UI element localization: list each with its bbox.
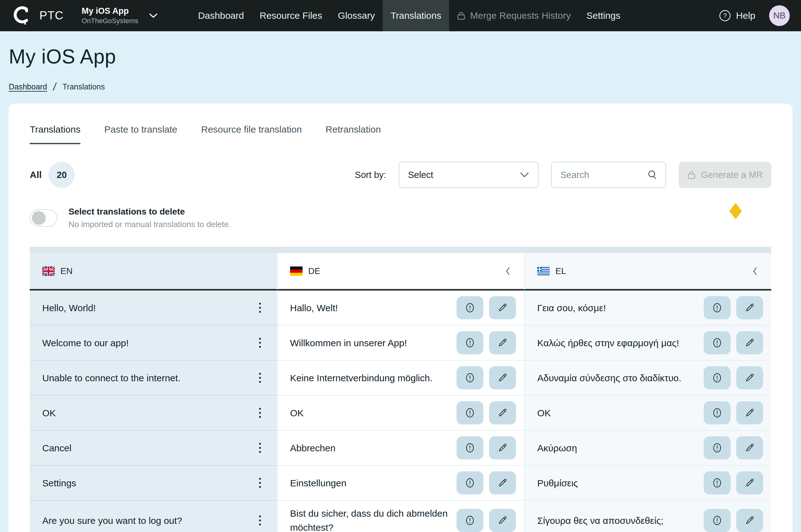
breadcrumb-separator: / [53, 81, 57, 93]
nav-item-dashboard[interactable]: Dashboard [190, 0, 252, 31]
row-menu-button[interactable] [251, 369, 269, 386]
collapse-column-de-button[interactable] [503, 265, 513, 278]
help-label: Help [736, 10, 755, 21]
translation-text-el: OK [537, 406, 701, 420]
nav-item-merge-requests-history[interactable]: Merge Requests History [449, 0, 579, 31]
edit-translation-button[interactable] [489, 471, 516, 494]
toggle-knob [32, 211, 46, 225]
edit-translation-button[interactable] [489, 331, 516, 354]
generate-mr-button[interactable]: Generate a MR [679, 162, 771, 188]
column-header-de: DE [277, 253, 524, 290]
translations-card: Translations Paste to translate Resource… [8, 103, 793, 532]
select-translations-toggle[interactable] [30, 209, 57, 227]
page-title: My iOS App [9, 45, 801, 68]
translation-info-button[interactable] [457, 296, 483, 319]
row-menu-button[interactable] [251, 299, 269, 317]
edit-translation-button[interactable] [489, 436, 516, 459]
translation-info-button[interactable] [704, 509, 731, 532]
collapse-column-el-button[interactable] [750, 265, 760, 278]
source-text: Unable to connect to the internet. [42, 371, 251, 385]
translation-info-button[interactable] [457, 509, 483, 532]
table-header: EN DE [30, 253, 771, 290]
column-code: EL [555, 266, 566, 276]
horizontal-scrollbar[interactable] [30, 247, 771, 253]
source-text: Hello, World! [42, 301, 251, 315]
row-menu-button[interactable] [251, 474, 269, 492]
nav-item-settings[interactable]: Settings [579, 0, 628, 31]
edit-translation-button[interactable] [736, 471, 763, 494]
nav-item-resource-files[interactable]: Resource Files [252, 0, 330, 31]
all-label: All [30, 170, 42, 180]
user-avatar[interactable]: NB [769, 5, 790, 26]
tab-retranslation[interactable]: Retranslation [326, 124, 381, 144]
edit-translation-button[interactable] [736, 509, 763, 532]
source-text: Welcome to our app! [42, 336, 251, 350]
edit-translation-button[interactable] [736, 296, 763, 319]
table-row: Welcome to our app! Willkommen in unsere… [30, 326, 771, 361]
translation-info-button[interactable] [457, 331, 483, 354]
translation-text-de: Abbrechen [290, 441, 454, 455]
translation-info-button[interactable] [704, 331, 731, 354]
sort-by-label: Sort by: [355, 170, 386, 180]
translation-text-el: Ακύρωση [537, 441, 701, 455]
translation-info-button[interactable] [457, 401, 483, 424]
chevron-down-icon [520, 172, 529, 178]
nav-item-translations[interactable]: Translations [383, 0, 449, 31]
germany-flag-icon [290, 266, 302, 276]
search-input[interactable] [560, 170, 647, 180]
edit-translation-button[interactable] [736, 436, 763, 459]
translation-info-button[interactable] [704, 436, 731, 459]
united-kingdom-flag-icon [42, 266, 55, 276]
translations-table: EN DE [30, 247, 771, 532]
source-text: Settings [42, 476, 251, 490]
translation-info-button[interactable] [457, 471, 483, 494]
diamond-cursor-marker [729, 203, 742, 219]
project-switcher[interactable]: My iOS App OnTheGoSystems [82, 6, 138, 25]
project-name: My iOS App [82, 6, 138, 17]
tab-paste-to-translate[interactable]: Paste to translate [104, 124, 177, 144]
question-circle-icon: ? [719, 10, 731, 22]
chevron-down-icon[interactable] [149, 13, 158, 18]
row-menu-button[interactable] [251, 512, 269, 529]
edit-translation-button[interactable] [489, 509, 516, 532]
tab-translations[interactable]: Translations [30, 124, 80, 144]
row-menu-button[interactable] [251, 439, 269, 457]
breadcrumb-dashboard-link[interactable]: Dashboard [9, 82, 47, 91]
tab-resource-file-translation[interactable]: Resource file translation [201, 124, 302, 144]
help-button[interactable]: ? Help [719, 10, 755, 22]
filter-controls: Sort by: Select [355, 162, 771, 188]
edit-translation-button[interactable] [736, 401, 763, 424]
translation-info-button[interactable] [704, 296, 731, 319]
edit-translation-button[interactable] [489, 366, 516, 390]
translation-text-el: Ρυθμίσεις [537, 476, 701, 490]
all-count-badge: 20 [49, 162, 75, 188]
edit-translation-button[interactable] [489, 296, 516, 319]
page-head: My iOS App Dashboard / Translations [0, 31, 801, 93]
svg-text:?: ? [723, 12, 727, 19]
edit-translation-button[interactable] [736, 331, 763, 354]
top-navbar: PTC My iOS App OnTheGoSystems Dashboard … [0, 0, 801, 31]
translation-info-button[interactable] [704, 471, 731, 494]
lock-icon [687, 170, 696, 179]
table-row: OK OK OK [30, 396, 771, 431]
translation-info-button[interactable] [457, 366, 483, 390]
translation-info-button[interactable] [704, 401, 731, 424]
breadcrumb-current: Translations [62, 82, 105, 91]
edit-translation-button[interactable] [489, 401, 516, 424]
table-row: Cancel Abbrechen Ακύρωση [30, 431, 771, 466]
navbar-right: ? Help NB [719, 5, 790, 26]
source-text: Are you sure you want to log out? [42, 514, 251, 528]
translation-text-de: Hallo, Welt! [290, 301, 454, 315]
translation-info-button[interactable] [704, 366, 731, 390]
sort-select[interactable]: Select [398, 162, 539, 188]
nav-item-glossary[interactable]: Glossary [330, 0, 383, 31]
row-menu-button[interactable] [251, 334, 269, 352]
row-menu-button[interactable] [251, 404, 269, 422]
edit-translation-button[interactable] [736, 366, 763, 390]
ptc-logo-icon[interactable] [11, 5, 33, 26]
filter-all-chip[interactable]: All 20 [30, 162, 75, 188]
column-header-el: EL [524, 253, 771, 290]
translation-info-button[interactable] [457, 436, 483, 459]
greece-flag-icon [537, 266, 550, 276]
search-icon [647, 169, 658, 180]
